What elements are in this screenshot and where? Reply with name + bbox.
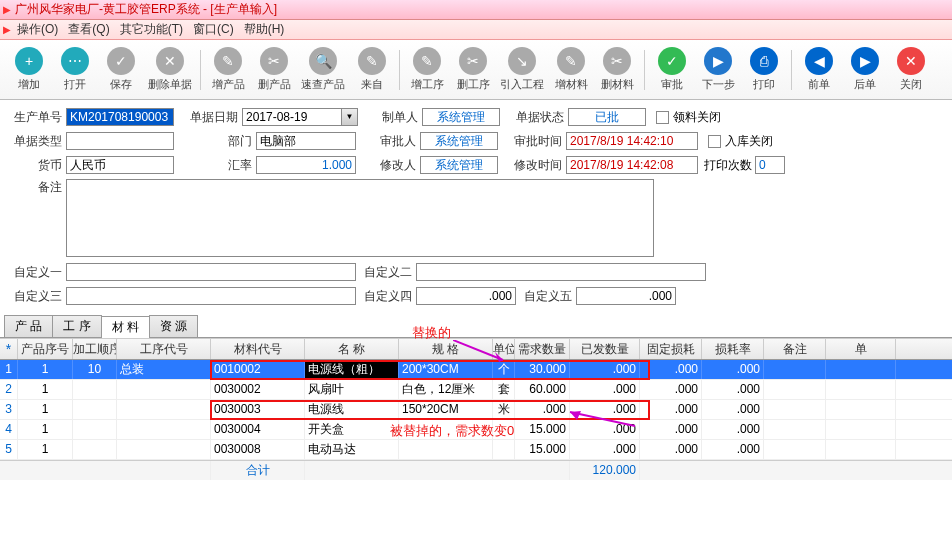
toolbar-增加[interactable]: +增加 [10, 47, 48, 92]
tab-resource[interactable]: 资 源 [149, 315, 198, 337]
label-memo: 备注 [8, 179, 62, 196]
col-header[interactable]: 单位 [493, 339, 515, 359]
checkbox-material-close[interactable] [656, 111, 669, 124]
toolbar-后单[interactable]: ▶后单 [846, 47, 884, 92]
toolbar-速查产品[interactable]: 🔍速查产品 [301, 47, 345, 92]
field-memo[interactable] [66, 179, 654, 257]
col-header[interactable]: 固定损耗 [640, 339, 702, 359]
toolbar-icon: ✕ [897, 47, 925, 75]
tab-process[interactable]: 工 序 [52, 315, 101, 337]
col-header[interactable]: 加工顺序 [73, 339, 117, 359]
toolbar-引入工程[interactable]: ↘引入工程 [500, 47, 544, 92]
col-header[interactable]: 单 [826, 339, 896, 359]
toolbar-icon: ⎙ [750, 47, 778, 75]
toolbar-删工序[interactable]: ✂删工序 [454, 47, 492, 92]
toolbar-审批[interactable]: ✓审批 [653, 47, 691, 92]
menu-operate[interactable]: 操作(O) [17, 21, 58, 38]
dropdown-icon[interactable]: ▼ [342, 108, 358, 126]
label-status: 单据状态 [500, 109, 564, 126]
toolbar-删除单据[interactable]: ✕删除单据 [148, 47, 192, 92]
field-c2[interactable] [416, 263, 706, 281]
label-printcount: 打印次数 [704, 157, 752, 174]
toolbar-下一步[interactable]: ▶下一步 [699, 47, 737, 92]
cell: 3 [0, 400, 18, 419]
field-c5[interactable]: .000 [576, 287, 676, 305]
label-c2: 自定义二 [356, 264, 412, 281]
field-c1[interactable] [66, 263, 356, 281]
toolbar-前单[interactable]: ◀前单 [800, 47, 838, 92]
field-c4[interactable]: .000 [416, 287, 516, 305]
label-modtime: 修改时间 [498, 157, 562, 174]
field-c3[interactable] [66, 287, 356, 305]
field-currency[interactable]: 人民币 [66, 156, 174, 174]
menu-view[interactable]: 查看(Q) [68, 21, 109, 38]
cell: 总装 [117, 360, 211, 379]
total-value: 120.000 [570, 461, 640, 480]
menu-other[interactable]: 其它功能(T) [120, 21, 183, 38]
cell: 1 [18, 440, 73, 459]
toolbar-保存[interactable]: ✓保存 [102, 47, 140, 92]
cell [826, 420, 896, 439]
table-row[interactable]: 410030004开关盒15.000.000.000.000 [0, 420, 952, 440]
table-row[interactable]: 1110总装0010002电源线（粗）200*30CM个30.000.000.0… [0, 360, 952, 380]
cell [764, 360, 826, 379]
tab-product[interactable]: 产 品 [4, 315, 53, 337]
checkbox-stock-close[interactable] [708, 135, 721, 148]
col-header[interactable]: 工序代号 [117, 339, 211, 359]
table-row[interactable]: 310030003电源线150*20CM米.000.000.000.000 [0, 400, 952, 420]
col-header[interactable]: 规 格 [399, 339, 493, 359]
toolbar-关闭[interactable]: ✕关闭 [892, 47, 930, 92]
field-status: 已批 [568, 108, 646, 126]
field-date-wrap[interactable]: 2017-08-19▼ [242, 108, 358, 126]
field-date[interactable]: 2017-08-19 [242, 108, 342, 126]
col-header[interactable]: 材料代号 [211, 339, 305, 359]
cell: 套 [493, 380, 515, 399]
toolbar-icon: ✎ [413, 47, 441, 75]
toolbar-增产品[interactable]: ✎增产品 [209, 47, 247, 92]
label-type: 单据类型 [8, 133, 62, 150]
cell: 15.000 [515, 420, 570, 439]
col-header[interactable]: * [0, 339, 18, 359]
field-maker: 系统管理 [422, 108, 500, 126]
col-header[interactable]: 已发数量 [570, 339, 640, 359]
label-orderno: 生产单号 [8, 109, 62, 126]
cell: .000 [640, 400, 702, 419]
menu-window[interactable]: 窗口(C) [193, 21, 234, 38]
table-row[interactable]: 510030008电动马达15.000.000.000.000 [0, 440, 952, 460]
field-orderno[interactable]: KM201708190003 [66, 108, 174, 126]
field-rate[interactable]: 1.000 [256, 156, 356, 174]
total-label: 合计 [211, 461, 305, 480]
cell: 1 [18, 400, 73, 419]
col-header[interactable]: 产品序号 [18, 339, 73, 359]
tab-material[interactable]: 材 料 [101, 316, 150, 338]
toolbar-增工序[interactable]: ✎增工序 [408, 47, 446, 92]
field-type[interactable] [66, 132, 174, 150]
cell [764, 420, 826, 439]
label-modby: 修改人 [356, 157, 416, 174]
toolbar-label: 保存 [110, 77, 132, 92]
toolbar-label: 打印 [753, 77, 775, 92]
col-header[interactable]: 需求数量 [515, 339, 570, 359]
toolbar-label: 打开 [64, 77, 86, 92]
field-dept[interactable]: 电脑部 [256, 132, 356, 150]
toolbar-来自[interactable]: ✎来自 [353, 47, 391, 92]
cell: 0030002 [211, 380, 305, 399]
cell: .000 [640, 380, 702, 399]
toolbar-删材料[interactable]: ✂删材料 [598, 47, 636, 92]
label-material-close: 领料关闭 [673, 109, 721, 126]
toolbar-删产品[interactable]: ✂删产品 [255, 47, 293, 92]
cell: .000 [640, 440, 702, 459]
cell [117, 420, 211, 439]
table-row[interactable]: 210030002风扇叶白色，12厘米套60.000.000.000.000 [0, 380, 952, 400]
toolbar-打开[interactable]: ⋯打开 [56, 47, 94, 92]
label-c4: 自定义四 [356, 288, 412, 305]
col-header[interactable]: 备注 [764, 339, 826, 359]
toolbar-icon: ✓ [658, 47, 686, 75]
menu-help[interactable]: 帮助(H) [244, 21, 285, 38]
cell [826, 360, 896, 379]
col-header[interactable]: 名 称 [305, 339, 399, 359]
toolbar-打印[interactable]: ⎙打印 [745, 47, 783, 92]
toolbar-增材料[interactable]: ✎增材料 [552, 47, 590, 92]
cell: 0030008 [211, 440, 305, 459]
col-header[interactable]: 损耗率 [702, 339, 764, 359]
